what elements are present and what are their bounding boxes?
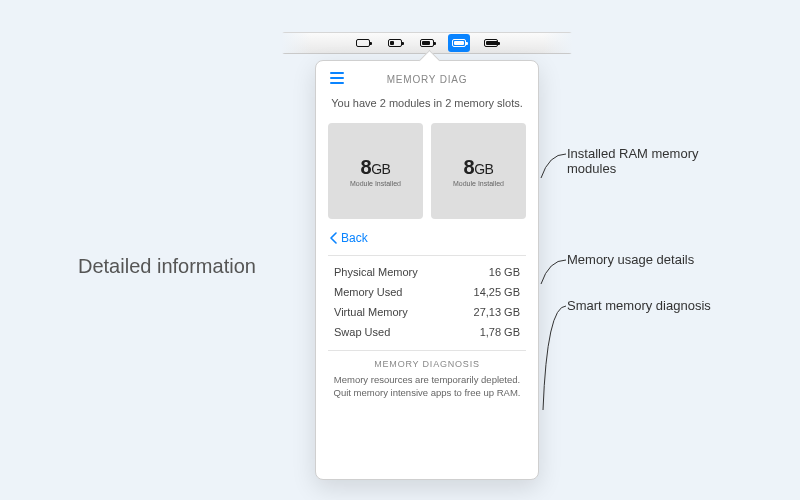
menubar-item-2[interactable] bbox=[416, 34, 438, 52]
menubar-item-4[interactable] bbox=[480, 34, 502, 52]
stat-label: Memory Used bbox=[334, 286, 474, 298]
diagnosis-text: Memory resources are temporarily deplete… bbox=[328, 374, 526, 400]
divider bbox=[328, 350, 526, 351]
memory-modules: 8GB Module Installed 8GB Module Installe… bbox=[328, 123, 526, 219]
back-button[interactable]: Back bbox=[328, 231, 526, 245]
stat-label: Virtual Memory bbox=[334, 306, 474, 318]
stat-value: 14,25 GB bbox=[474, 286, 520, 298]
module-size: 8GB bbox=[464, 156, 494, 179]
memory-module-1: 8GB Module Installed bbox=[431, 123, 526, 219]
menubar-item-3[interactable] bbox=[448, 34, 470, 52]
battery-icon bbox=[420, 39, 434, 47]
annotation-diagnosis: Smart memory diagnosis bbox=[567, 298, 711, 313]
popover-title: MEMORY DIAG bbox=[387, 74, 468, 85]
module-sub: Module Installed bbox=[453, 180, 504, 187]
battery-icon bbox=[452, 39, 466, 47]
memory-diag-popover: MEMORY DIAG You have 2 modules in 2 memo… bbox=[315, 60, 539, 480]
stat-value: 1,78 GB bbox=[474, 326, 520, 338]
detailed-info-caption: Detailed information bbox=[78, 255, 256, 278]
memory-module-0: 8GB Module Installed bbox=[328, 123, 423, 219]
diagnosis-title: MEMORY DIAGNOSIS bbox=[328, 359, 526, 369]
annotation-modules: Installed RAM memory modules bbox=[567, 146, 747, 176]
module-size: 8GB bbox=[361, 156, 391, 179]
battery-icon bbox=[356, 39, 370, 47]
memory-stats: Physical Memory 16 GB Memory Used 14,25 … bbox=[328, 266, 526, 338]
stat-label: Swap Used bbox=[334, 326, 474, 338]
annotation-usage: Memory usage details bbox=[567, 252, 694, 267]
back-label: Back bbox=[341, 231, 368, 245]
module-sub: Module Installed bbox=[350, 180, 401, 187]
stat-value: 27,13 GB bbox=[474, 306, 520, 318]
stat-label: Physical Memory bbox=[334, 266, 474, 278]
menu-icon[interactable] bbox=[330, 72, 344, 84]
annotation-connector bbox=[539, 254, 569, 294]
chevron-left-icon bbox=[330, 232, 338, 244]
battery-icon bbox=[388, 39, 402, 47]
popover-header: MEMORY DIAG bbox=[328, 71, 526, 87]
annotation-connector bbox=[539, 148, 569, 188]
menubar-item-1[interactable] bbox=[384, 34, 406, 52]
divider bbox=[328, 255, 526, 256]
annotation-connector bbox=[539, 300, 569, 420]
battery-icon bbox=[484, 39, 498, 47]
stat-value: 16 GB bbox=[474, 266, 520, 278]
menubar-item-0[interactable] bbox=[352, 34, 374, 52]
popover-subtitle: You have 2 modules in 2 memory slots. bbox=[328, 97, 526, 109]
